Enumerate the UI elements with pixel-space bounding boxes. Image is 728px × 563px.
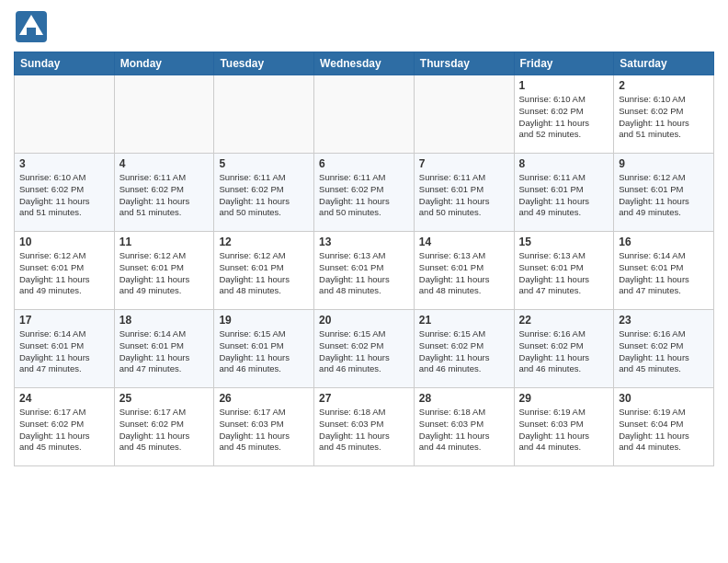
day-number: 29 xyxy=(519,392,609,405)
day-number: 4 xyxy=(119,157,210,170)
day-number: 20 xyxy=(319,314,409,327)
day-number: 17 xyxy=(19,314,109,327)
day-number: 22 xyxy=(519,314,609,327)
day-number: 27 xyxy=(319,392,409,405)
day-number: 19 xyxy=(219,314,309,327)
day-number: 5 xyxy=(219,157,309,170)
calendar-cell: 13Sunrise: 6:13 AM Sunset: 6:01 PM Dayli… xyxy=(314,232,415,310)
day-info: Sunrise: 6:13 AM Sunset: 6:01 PM Dayligh… xyxy=(419,250,509,297)
calendar-cell xyxy=(214,75,314,154)
calendar-cell: 8Sunrise: 6:11 AM Sunset: 6:01 PM Daylig… xyxy=(514,154,614,232)
day-number: 7 xyxy=(419,157,509,170)
calendar-cell: 18Sunrise: 6:14 AM Sunset: 6:01 PM Dayli… xyxy=(114,310,214,388)
calendar-cell: 1Sunrise: 6:10 AM Sunset: 6:02 PM Daylig… xyxy=(514,75,614,154)
day-number: 16 xyxy=(619,236,709,248)
calendar-day-header: Sunday xyxy=(15,52,115,75)
calendar-cell: 9Sunrise: 6:12 AM Sunset: 6:01 PM Daylig… xyxy=(614,154,714,232)
calendar-day-header: Wednesday xyxy=(314,52,415,75)
calendar-cell: 22Sunrise: 6:16 AM Sunset: 6:02 PM Dayli… xyxy=(514,310,614,388)
calendar-cell: 15Sunrise: 6:13 AM Sunset: 6:01 PM Dayli… xyxy=(514,232,614,310)
calendar-cell xyxy=(114,75,214,154)
calendar-cell: 28Sunrise: 6:18 AM Sunset: 6:03 PM Dayli… xyxy=(414,388,514,466)
day-number: 3 xyxy=(19,157,109,170)
calendar-cell: 26Sunrise: 6:17 AM Sunset: 6:03 PM Dayli… xyxy=(214,388,314,466)
day-number: 28 xyxy=(419,392,509,405)
day-info: Sunrise: 6:11 AM Sunset: 6:01 PM Dayligh… xyxy=(419,172,509,219)
day-info: Sunrise: 6:12 AM Sunset: 6:01 PM Dayligh… xyxy=(19,250,109,297)
calendar-cell: 2Sunrise: 6:10 AM Sunset: 6:02 PM Daylig… xyxy=(614,75,714,154)
calendar-week-row: 10Sunrise: 6:12 AM Sunset: 6:01 PM Dayli… xyxy=(15,232,714,310)
calendar-cell xyxy=(414,75,514,154)
calendar-cell: 5Sunrise: 6:11 AM Sunset: 6:02 PM Daylig… xyxy=(214,154,314,232)
day-number: 2 xyxy=(619,79,709,92)
calendar-cell: 25Sunrise: 6:17 AM Sunset: 6:02 PM Dayli… xyxy=(114,388,214,466)
calendar-cell: 23Sunrise: 6:16 AM Sunset: 6:02 PM Dayli… xyxy=(614,310,714,388)
day-info: Sunrise: 6:12 AM Sunset: 6:01 PM Dayligh… xyxy=(119,250,210,297)
calendar-day-header: Tuesday xyxy=(214,52,314,75)
calendar-header-row: SundayMondayTuesdayWednesdayThursdayFrid… xyxy=(15,52,714,75)
calendar-cell: 10Sunrise: 6:12 AM Sunset: 6:01 PM Dayli… xyxy=(15,232,115,310)
calendar-cell: 20Sunrise: 6:15 AM Sunset: 6:02 PM Dayli… xyxy=(314,310,415,388)
day-number: 13 xyxy=(319,236,409,248)
day-info: Sunrise: 6:16 AM Sunset: 6:02 PM Dayligh… xyxy=(519,328,609,375)
calendar-day-header: Saturday xyxy=(614,52,714,75)
day-info: Sunrise: 6:11 AM Sunset: 6:02 PM Dayligh… xyxy=(119,172,210,219)
calendar-week-row: 24Sunrise: 6:17 AM Sunset: 6:02 PM Dayli… xyxy=(15,388,714,466)
calendar-cell: 17Sunrise: 6:14 AM Sunset: 6:01 PM Dayli… xyxy=(15,310,115,388)
calendar-cell: 11Sunrise: 6:12 AM Sunset: 6:01 PM Dayli… xyxy=(114,232,214,310)
calendar-cell: 21Sunrise: 6:15 AM Sunset: 6:02 PM Dayli… xyxy=(414,310,514,388)
day-number: 12 xyxy=(219,236,309,248)
day-info: Sunrise: 6:15 AM Sunset: 6:02 PM Dayligh… xyxy=(419,328,509,375)
day-number: 26 xyxy=(219,392,309,405)
day-info: Sunrise: 6:10 AM Sunset: 6:02 PM Dayligh… xyxy=(619,94,709,141)
calendar-day-header: Friday xyxy=(514,52,614,75)
calendar-cell: 30Sunrise: 6:19 AM Sunset: 6:04 PM Dayli… xyxy=(614,388,714,466)
day-number: 18 xyxy=(119,314,210,327)
day-info: Sunrise: 6:17 AM Sunset: 6:02 PM Dayligh… xyxy=(19,407,109,454)
day-info: Sunrise: 6:14 AM Sunset: 6:01 PM Dayligh… xyxy=(619,250,709,297)
day-info: Sunrise: 6:19 AM Sunset: 6:03 PM Dayligh… xyxy=(519,407,609,454)
calendar-cell xyxy=(15,75,115,154)
day-info: Sunrise: 6:17 AM Sunset: 6:02 PM Dayligh… xyxy=(119,407,210,454)
calendar-day-header: Monday xyxy=(114,52,214,75)
calendar-cell: 24Sunrise: 6:17 AM Sunset: 6:02 PM Dayli… xyxy=(15,388,115,466)
svg-rect-2 xyxy=(27,28,36,35)
day-info: Sunrise: 6:11 AM Sunset: 6:01 PM Dayligh… xyxy=(519,172,609,219)
day-info: Sunrise: 6:16 AM Sunset: 6:02 PM Dayligh… xyxy=(619,328,709,375)
day-info: Sunrise: 6:11 AM Sunset: 6:02 PM Dayligh… xyxy=(319,172,409,219)
calendar-cell: 27Sunrise: 6:18 AM Sunset: 6:03 PM Dayli… xyxy=(314,388,415,466)
calendar-cell: 3Sunrise: 6:10 AM Sunset: 6:02 PM Daylig… xyxy=(15,154,115,232)
calendar-week-row: 3Sunrise: 6:10 AM Sunset: 6:02 PM Daylig… xyxy=(15,154,714,232)
day-info: Sunrise: 6:10 AM Sunset: 6:02 PM Dayligh… xyxy=(519,94,609,141)
calendar-cell: 12Sunrise: 6:12 AM Sunset: 6:01 PM Dayli… xyxy=(214,232,314,310)
calendar-cell xyxy=(314,75,415,154)
day-number: 21 xyxy=(419,314,509,327)
day-number: 1 xyxy=(519,79,609,92)
calendar-cell: 19Sunrise: 6:15 AM Sunset: 6:01 PM Dayli… xyxy=(214,310,314,388)
day-number: 24 xyxy=(19,392,109,405)
day-info: Sunrise: 6:18 AM Sunset: 6:03 PM Dayligh… xyxy=(319,407,409,454)
day-number: 25 xyxy=(119,392,210,405)
day-info: Sunrise: 6:11 AM Sunset: 6:02 PM Dayligh… xyxy=(219,172,309,219)
calendar-cell: 7Sunrise: 6:11 AM Sunset: 6:01 PM Daylig… xyxy=(414,154,514,232)
day-number: 11 xyxy=(119,236,210,248)
calendar: SundayMondayTuesdayWednesdayThursdayFrid… xyxy=(14,52,714,466)
calendar-week-row: 1Sunrise: 6:10 AM Sunset: 6:02 PM Daylig… xyxy=(15,75,714,154)
day-info: Sunrise: 6:13 AM Sunset: 6:01 PM Dayligh… xyxy=(519,250,609,297)
day-number: 9 xyxy=(619,157,709,170)
calendar-cell: 16Sunrise: 6:14 AM Sunset: 6:01 PM Dayli… xyxy=(614,232,714,310)
calendar-cell: 4Sunrise: 6:11 AM Sunset: 6:02 PM Daylig… xyxy=(114,154,214,232)
day-number: 30 xyxy=(619,392,709,405)
day-number: 15 xyxy=(519,236,609,248)
day-number: 10 xyxy=(19,236,109,248)
logo-icon xyxy=(14,9,49,44)
day-number: 8 xyxy=(519,157,609,170)
day-info: Sunrise: 6:10 AM Sunset: 6:02 PM Dayligh… xyxy=(19,172,109,219)
calendar-cell: 29Sunrise: 6:19 AM Sunset: 6:03 PM Dayli… xyxy=(514,388,614,466)
header xyxy=(14,9,714,44)
day-info: Sunrise: 6:18 AM Sunset: 6:03 PM Dayligh… xyxy=(419,407,509,454)
calendar-cell: 6Sunrise: 6:11 AM Sunset: 6:02 PM Daylig… xyxy=(314,154,415,232)
day-info: Sunrise: 6:17 AM Sunset: 6:03 PM Dayligh… xyxy=(219,407,309,454)
day-info: Sunrise: 6:14 AM Sunset: 6:01 PM Dayligh… xyxy=(19,328,109,375)
calendar-week-row: 17Sunrise: 6:14 AM Sunset: 6:01 PM Dayli… xyxy=(15,310,714,388)
